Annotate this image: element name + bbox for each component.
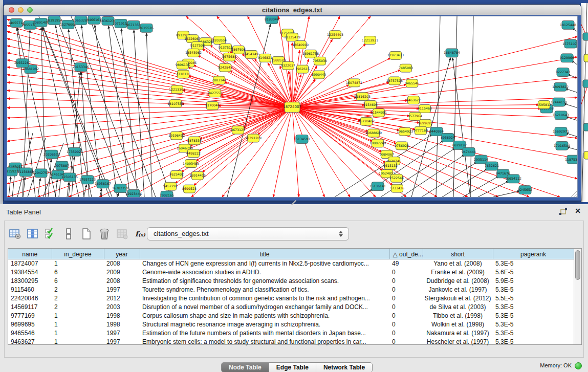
graph-node[interactable]: 7902165 xyxy=(160,191,174,197)
column-header-out_de[interactable]: △ out_de... xyxy=(389,249,423,259)
graph-node[interactable]: 14093489 xyxy=(183,160,199,168)
graph-node[interactable]: 16648784 xyxy=(444,49,460,57)
table-row[interactable]: 1456911722003Disruption of a novel membe… xyxy=(8,303,574,312)
black-edge[interactable] xyxy=(95,25,117,197)
table-row[interactable]: 977716911998Corpus callosum shape and si… xyxy=(8,312,574,320)
graph-node[interactable]: 9975887 xyxy=(55,161,69,170)
graph-node[interactable]: 11544091 xyxy=(371,108,387,117)
red-edge[interactable] xyxy=(292,37,577,107)
graph-node[interactable]: 10654112 xyxy=(505,174,521,183)
red-edge[interactable] xyxy=(292,107,529,197)
table-row[interactable]: 911546021997Tourette syndrome. Phenomeno… xyxy=(8,286,574,294)
graph-node[interactable]: 16074871 xyxy=(346,79,362,87)
table-select-dropdown[interactable]: citations_edges.txt xyxy=(147,227,349,240)
graph-node[interactable]: 1962615 xyxy=(295,65,310,73)
graph-node[interactable]: 19654923 xyxy=(397,127,413,136)
graph-node[interactable]: 18125448 xyxy=(560,20,576,29)
graph-node[interactable]: 12093822 xyxy=(552,82,569,91)
graph-node[interactable]: 7485083 xyxy=(399,64,413,72)
table-row[interactable]: 2242004622012Investigating the contribut… xyxy=(8,294,574,303)
red-edge[interactable] xyxy=(197,42,292,107)
red-edge[interactable] xyxy=(193,65,292,107)
function-builder-icon[interactable]: f(x) xyxy=(134,228,146,240)
column-header-short[interactable]: short xyxy=(423,249,493,259)
black-edge[interactable] xyxy=(55,180,57,197)
graph-node[interactable]: 9756928 xyxy=(395,142,409,150)
tab-network-table[interactable]: Network Table xyxy=(316,363,372,372)
graph-node[interactable]: 5878334 xyxy=(187,137,202,145)
graph-node[interactable]: 17016504 xyxy=(554,141,570,150)
graph-node[interactable]: 16914415 xyxy=(189,171,206,180)
graph-node[interactable]: 9896135 xyxy=(176,61,190,69)
graph-node[interactable]: 8673125 xyxy=(231,126,245,134)
graph-node[interactable]: 16782759 xyxy=(112,184,128,193)
black-edge[interactable] xyxy=(108,26,130,197)
graph-node[interactable]: 1595812 xyxy=(537,101,551,109)
graph-node[interactable]: 15720407 xyxy=(358,117,375,125)
rows-icon[interactable] xyxy=(62,228,75,240)
graph-node[interactable]: 19196432 xyxy=(168,132,185,140)
graph-node[interactable]: 20552287 xyxy=(14,59,31,68)
graph-node[interactable]: 10688609 xyxy=(365,129,382,137)
column-header-pagerank[interactable]: pagerank xyxy=(493,249,574,259)
graph-node[interactable]: 9777169 xyxy=(413,126,428,135)
citation-network-graph[interactable]: 1405571420551342208914061839195415276002… xyxy=(7,16,577,197)
black-edge[interactable] xyxy=(452,58,470,197)
graph-node[interactable]: 18107553 xyxy=(167,100,184,108)
graph-node[interactable]: 11156869 xyxy=(17,168,34,177)
black-edge[interactable] xyxy=(564,103,577,107)
graph-node[interactable]: 1615132 xyxy=(383,162,398,170)
graph-node[interactable]: 8699523 xyxy=(182,185,197,193)
graph-node[interactable]: 9474444 xyxy=(462,147,476,156)
graph-node[interactable]: 9245652 xyxy=(518,186,532,194)
graph-node[interactable]: 8990443 xyxy=(312,71,326,79)
graph-node[interactable]: 2803144 xyxy=(212,76,226,84)
graph-node[interactable]: 16210643 xyxy=(553,111,569,120)
graph-node[interactable]: 12213931 xyxy=(362,36,378,45)
graph-node[interactable]: 9242845 xyxy=(218,63,232,72)
black-edge[interactable] xyxy=(442,169,488,197)
graph-node[interactable]: 12505135 xyxy=(61,173,78,182)
graph-node[interactable]: 15134591 xyxy=(294,135,310,144)
graph-node[interactable]: 9137512 xyxy=(219,44,233,52)
black-edge[interactable] xyxy=(38,178,40,197)
graph-node[interactable]: 12254493 xyxy=(327,31,343,39)
black-edge[interactable] xyxy=(567,147,577,149)
close-panel-icon[interactable]: ✕ xyxy=(575,207,581,215)
red-edge[interactable] xyxy=(292,57,577,107)
graph-node[interactable]: 9129966 xyxy=(560,54,574,62)
graph-node[interactable]: 9170046 xyxy=(205,102,220,110)
table-row[interactable]: 946362711997Embryonic stem cells: a mode… xyxy=(8,338,574,346)
black-edge[interactable] xyxy=(360,189,374,197)
graph-node[interactable]: 18757515 xyxy=(386,77,403,85)
table-header-row[interactable]: namein_degreeyeartitle△ out_de...shortpa… xyxy=(8,249,574,259)
graph-node[interactable]: 18724007 xyxy=(283,102,301,113)
red-edge[interactable] xyxy=(292,107,299,197)
delete-trash-icon[interactable] xyxy=(98,228,111,240)
graph-node[interactable]: 9465546 xyxy=(405,79,419,87)
table-settings-icon[interactable] xyxy=(9,228,21,240)
black-edge[interactable] xyxy=(470,16,473,197)
red-edge[interactable] xyxy=(292,107,577,179)
black-edge[interactable] xyxy=(566,117,578,120)
graph-node[interactable]: 17957223 xyxy=(79,176,96,184)
table-scrollbar[interactable] xyxy=(574,249,581,344)
graph-node[interactable]: 4498222 xyxy=(186,149,201,158)
graph-node[interactable]: 15136141 xyxy=(369,182,386,191)
table-row[interactable]: 1830029562008Estimation of significance … xyxy=(8,277,574,286)
graph-node[interactable]: 12444158 xyxy=(551,98,567,106)
graph-node[interactable]: 7615526 xyxy=(139,24,154,32)
graph-node[interactable]: 1733426 xyxy=(390,184,404,192)
graph-node[interactable]: 9577964 xyxy=(408,112,422,120)
new-document-icon[interactable] xyxy=(80,228,93,240)
graph-node[interactable]: 9154694 xyxy=(363,101,378,109)
canvas-resize-grip[interactable] xyxy=(571,191,577,197)
graph-node[interactable]: 7625402 xyxy=(169,170,184,179)
graph-node[interactable]: 12213363 xyxy=(169,85,185,94)
black-edge[interactable] xyxy=(117,193,119,197)
graph-node[interactable]: 9463627 xyxy=(406,96,421,104)
graph-node[interactable]: 7955030 xyxy=(313,57,327,65)
black-edge[interactable] xyxy=(28,138,46,197)
table-scrollbar-thumb[interactable] xyxy=(575,250,580,280)
black-edge[interactable] xyxy=(9,177,11,197)
